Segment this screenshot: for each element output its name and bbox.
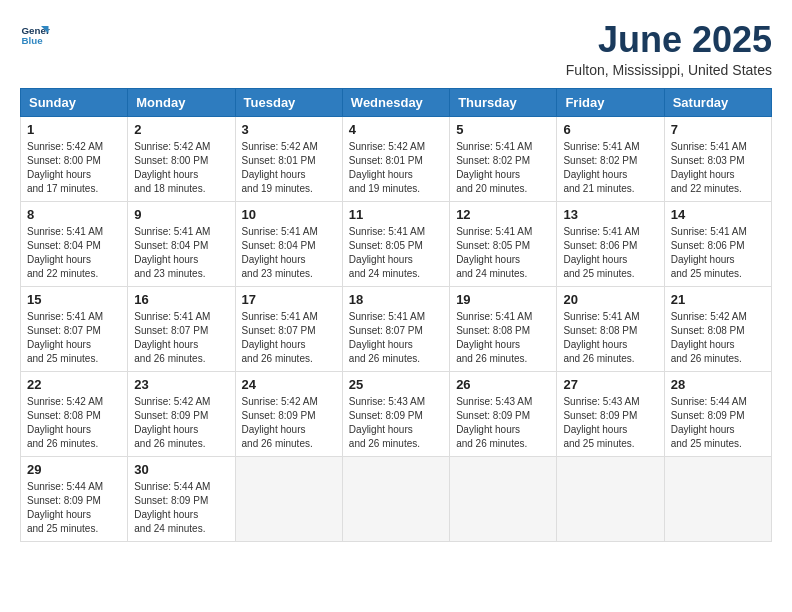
day-info: Sunrise: 5:42 AMSunset: 8:09 PMDaylight … xyxy=(242,395,336,451)
col-wednesday: Wednesday xyxy=(342,88,449,116)
day-number: 12 xyxy=(456,207,550,222)
calendar-cell: 29Sunrise: 5:44 AMSunset: 8:09 PMDayligh… xyxy=(21,456,128,541)
week-row-2: 8Sunrise: 5:41 AMSunset: 8:04 PMDaylight… xyxy=(21,201,772,286)
day-number: 4 xyxy=(349,122,443,137)
day-info: Sunrise: 5:41 AMSunset: 8:07 PMDaylight … xyxy=(349,310,443,366)
logo: General Blue xyxy=(20,20,50,50)
day-number: 23 xyxy=(134,377,228,392)
calendar-cell xyxy=(235,456,342,541)
day-info: Sunrise: 5:41 AMSunset: 8:04 PMDaylight … xyxy=(27,225,121,281)
week-row-4: 22Sunrise: 5:42 AMSunset: 8:08 PMDayligh… xyxy=(21,371,772,456)
day-info: Sunrise: 5:41 AMSunset: 8:05 PMDaylight … xyxy=(349,225,443,281)
week-row-3: 15Sunrise: 5:41 AMSunset: 8:07 PMDayligh… xyxy=(21,286,772,371)
day-number: 3 xyxy=(242,122,336,137)
calendar-cell: 26Sunrise: 5:43 AMSunset: 8:09 PMDayligh… xyxy=(450,371,557,456)
logo-icon: General Blue xyxy=(20,20,50,50)
day-info: Sunrise: 5:41 AMSunset: 8:04 PMDaylight … xyxy=(134,225,228,281)
day-info: Sunrise: 5:42 AMSunset: 8:00 PMDaylight … xyxy=(27,140,121,196)
calendar-cell: 10Sunrise: 5:41 AMSunset: 8:04 PMDayligh… xyxy=(235,201,342,286)
col-sunday: Sunday xyxy=(21,88,128,116)
day-number: 19 xyxy=(456,292,550,307)
week-row-5: 29Sunrise: 5:44 AMSunset: 8:09 PMDayligh… xyxy=(21,456,772,541)
calendar-cell: 2Sunrise: 5:42 AMSunset: 8:00 PMDaylight… xyxy=(128,116,235,201)
day-number: 11 xyxy=(349,207,443,222)
col-friday: Friday xyxy=(557,88,664,116)
calendar-cell: 8Sunrise: 5:41 AMSunset: 8:04 PMDaylight… xyxy=(21,201,128,286)
calendar-cell xyxy=(557,456,664,541)
location: Fulton, Mississippi, United States xyxy=(566,62,772,78)
calendar-cell: 27Sunrise: 5:43 AMSunset: 8:09 PMDayligh… xyxy=(557,371,664,456)
day-info: Sunrise: 5:41 AMSunset: 8:07 PMDaylight … xyxy=(242,310,336,366)
day-info: Sunrise: 5:42 AMSunset: 8:08 PMDaylight … xyxy=(671,310,765,366)
calendar-cell: 3Sunrise: 5:42 AMSunset: 8:01 PMDaylight… xyxy=(235,116,342,201)
calendar-cell: 25Sunrise: 5:43 AMSunset: 8:09 PMDayligh… xyxy=(342,371,449,456)
day-number: 15 xyxy=(27,292,121,307)
calendar-cell: 20Sunrise: 5:41 AMSunset: 8:08 PMDayligh… xyxy=(557,286,664,371)
calendar-cell: 1Sunrise: 5:42 AMSunset: 8:00 PMDaylight… xyxy=(21,116,128,201)
day-number: 13 xyxy=(563,207,657,222)
day-info: Sunrise: 5:41 AMSunset: 8:04 PMDaylight … xyxy=(242,225,336,281)
day-number: 8 xyxy=(27,207,121,222)
calendar-cell: 6Sunrise: 5:41 AMSunset: 8:02 PMDaylight… xyxy=(557,116,664,201)
day-info: Sunrise: 5:42 AMSunset: 8:09 PMDaylight … xyxy=(134,395,228,451)
day-number: 7 xyxy=(671,122,765,137)
day-number: 21 xyxy=(671,292,765,307)
col-thursday: Thursday xyxy=(450,88,557,116)
calendar-table: Sunday Monday Tuesday Wednesday Thursday… xyxy=(20,88,772,542)
day-info: Sunrise: 5:42 AMSunset: 8:01 PMDaylight … xyxy=(242,140,336,196)
calendar-cell: 21Sunrise: 5:42 AMSunset: 8:08 PMDayligh… xyxy=(664,286,771,371)
calendar-cell: 12Sunrise: 5:41 AMSunset: 8:05 PMDayligh… xyxy=(450,201,557,286)
day-info: Sunrise: 5:44 AMSunset: 8:09 PMDaylight … xyxy=(671,395,765,451)
day-number: 28 xyxy=(671,377,765,392)
calendar-cell: 7Sunrise: 5:41 AMSunset: 8:03 PMDaylight… xyxy=(664,116,771,201)
calendar-cell: 4Sunrise: 5:42 AMSunset: 8:01 PMDaylight… xyxy=(342,116,449,201)
day-info: Sunrise: 5:43 AMSunset: 8:09 PMDaylight … xyxy=(349,395,443,451)
day-number: 17 xyxy=(242,292,336,307)
calendar-cell: 15Sunrise: 5:41 AMSunset: 8:07 PMDayligh… xyxy=(21,286,128,371)
calendar-cell: 14Sunrise: 5:41 AMSunset: 8:06 PMDayligh… xyxy=(664,201,771,286)
month-title: June 2025 xyxy=(566,20,772,60)
calendar-cell: 9Sunrise: 5:41 AMSunset: 8:04 PMDaylight… xyxy=(128,201,235,286)
day-info: Sunrise: 5:41 AMSunset: 8:06 PMDaylight … xyxy=(671,225,765,281)
day-number: 14 xyxy=(671,207,765,222)
day-number: 20 xyxy=(563,292,657,307)
calendar-cell: 13Sunrise: 5:41 AMSunset: 8:06 PMDayligh… xyxy=(557,201,664,286)
day-info: Sunrise: 5:41 AMSunset: 8:02 PMDaylight … xyxy=(563,140,657,196)
day-number: 27 xyxy=(563,377,657,392)
day-number: 22 xyxy=(27,377,121,392)
col-saturday: Saturday xyxy=(664,88,771,116)
day-info: Sunrise: 5:43 AMSunset: 8:09 PMDaylight … xyxy=(456,395,550,451)
calendar-cell: 16Sunrise: 5:41 AMSunset: 8:07 PMDayligh… xyxy=(128,286,235,371)
day-info: Sunrise: 5:44 AMSunset: 8:09 PMDaylight … xyxy=(27,480,121,536)
day-info: Sunrise: 5:41 AMSunset: 8:05 PMDaylight … xyxy=(456,225,550,281)
day-info: Sunrise: 5:41 AMSunset: 8:07 PMDaylight … xyxy=(27,310,121,366)
calendar-cell xyxy=(342,456,449,541)
day-number: 26 xyxy=(456,377,550,392)
calendar-cell: 17Sunrise: 5:41 AMSunset: 8:07 PMDayligh… xyxy=(235,286,342,371)
page-header: General Blue June 2025 Fulton, Mississip… xyxy=(20,20,772,78)
title-area: June 2025 Fulton, Mississippi, United St… xyxy=(566,20,772,78)
col-monday: Monday xyxy=(128,88,235,116)
calendar-cell xyxy=(450,456,557,541)
day-number: 30 xyxy=(134,462,228,477)
calendar-cell: 19Sunrise: 5:41 AMSunset: 8:08 PMDayligh… xyxy=(450,286,557,371)
day-info: Sunrise: 5:42 AMSunset: 8:00 PMDaylight … xyxy=(134,140,228,196)
day-number: 1 xyxy=(27,122,121,137)
day-info: Sunrise: 5:43 AMSunset: 8:09 PMDaylight … xyxy=(563,395,657,451)
day-number: 5 xyxy=(456,122,550,137)
day-number: 10 xyxy=(242,207,336,222)
calendar-cell: 5Sunrise: 5:41 AMSunset: 8:02 PMDaylight… xyxy=(450,116,557,201)
day-number: 25 xyxy=(349,377,443,392)
day-info: Sunrise: 5:41 AMSunset: 8:07 PMDaylight … xyxy=(134,310,228,366)
day-number: 24 xyxy=(242,377,336,392)
day-info: Sunrise: 5:41 AMSunset: 8:06 PMDaylight … xyxy=(563,225,657,281)
svg-text:Blue: Blue xyxy=(22,35,44,46)
calendar-cell: 24Sunrise: 5:42 AMSunset: 8:09 PMDayligh… xyxy=(235,371,342,456)
col-tuesday: Tuesday xyxy=(235,88,342,116)
week-row-1: 1Sunrise: 5:42 AMSunset: 8:00 PMDaylight… xyxy=(21,116,772,201)
day-info: Sunrise: 5:42 AMSunset: 8:01 PMDaylight … xyxy=(349,140,443,196)
day-info: Sunrise: 5:42 AMSunset: 8:08 PMDaylight … xyxy=(27,395,121,451)
calendar-header-row: Sunday Monday Tuesday Wednesday Thursday… xyxy=(21,88,772,116)
day-number: 18 xyxy=(349,292,443,307)
calendar-cell: 28Sunrise: 5:44 AMSunset: 8:09 PMDayligh… xyxy=(664,371,771,456)
